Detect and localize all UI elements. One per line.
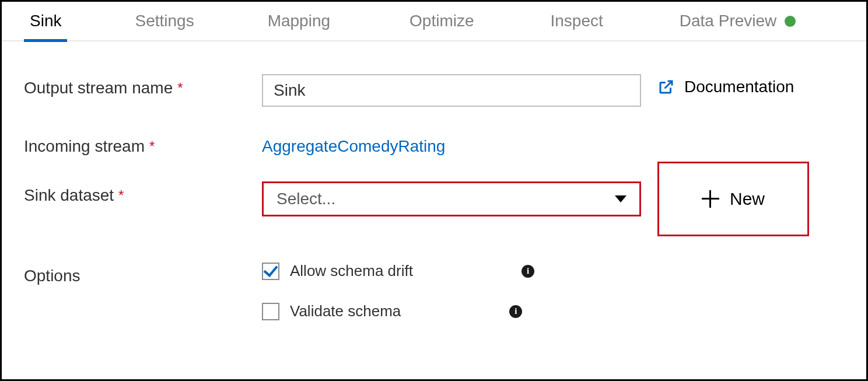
sink-dataset-label: Sink dataset * — [24, 181, 246, 205]
incoming-stream-label-text: Incoming stream — [24, 137, 145, 156]
allow-schema-drift-checkbox[interactable] — [262, 263, 279, 280]
tab-mapping[interactable]: Mapping — [257, 1, 341, 41]
validate-schema-label: Validate schema — [290, 302, 401, 320]
plus-icon — [702, 190, 719, 208]
tab-sink[interactable]: Sink — [19, 1, 72, 41]
tab-settings[interactable]: Settings — [124, 1, 204, 41]
required-asterisk: * — [177, 80, 183, 96]
status-dot-icon — [785, 16, 796, 27]
incoming-stream-value[interactable]: AggregateComedyRating — [262, 132, 641, 156]
output-stream-name-input[interactable] — [262, 74, 641, 107]
open-external-icon — [657, 78, 675, 96]
allow-schema-drift-row: Allow schema drift i — [262, 262, 641, 280]
chevron-down-icon — [615, 195, 626, 202]
form-grid: Output stream name * Documentation Incom… — [2, 41, 866, 320]
sink-dataset-dropdown[interactable]: Select... — [262, 181, 641, 216]
documentation-link-label: Documentation — [684, 78, 794, 96]
validate-schema-row: Validate schema i — [262, 302, 641, 320]
info-icon[interactable]: i — [522, 265, 534, 278]
sink-dataset-label-text: Sink dataset — [24, 186, 114, 205]
options-label: Options — [24, 262, 246, 285]
info-icon[interactable]: i — [509, 305, 522, 318]
output-stream-name-label: Output stream name * — [24, 74, 246, 97]
tab-bar: Sink Settings Mapping Optimize Inspect D… — [2, 2, 866, 41]
documentation-link[interactable]: Documentation — [657, 74, 844, 96]
incoming-stream-label: Incoming stream * — [24, 132, 246, 156]
tab-inspect[interactable]: Inspect — [540, 1, 614, 41]
tab-data-preview-label: Data Preview — [680, 12, 777, 30]
sink-dataset-placeholder: Select... — [276, 190, 335, 208]
tab-data-preview[interactable]: Data Preview — [669, 1, 807, 41]
required-asterisk: * — [118, 187, 124, 204]
options-label-text: Options — [24, 267, 80, 285]
allow-schema-drift-label: Allow schema drift — [290, 262, 413, 280]
new-dataset-button[interactable]: New — [657, 162, 809, 236]
sink-panel: Sink Settings Mapping Optimize Inspect D… — [0, 0, 868, 381]
tab-optimize[interactable]: Optimize — [399, 1, 484, 41]
validate-schema-checkbox[interactable] — [262, 303, 279, 320]
new-button-label: New — [730, 189, 765, 209]
options-block: Allow schema drift i Validate schema i — [262, 262, 641, 320]
output-stream-name-label-text: Output stream name — [24, 79, 173, 97]
required-asterisk: * — [149, 138, 155, 155]
